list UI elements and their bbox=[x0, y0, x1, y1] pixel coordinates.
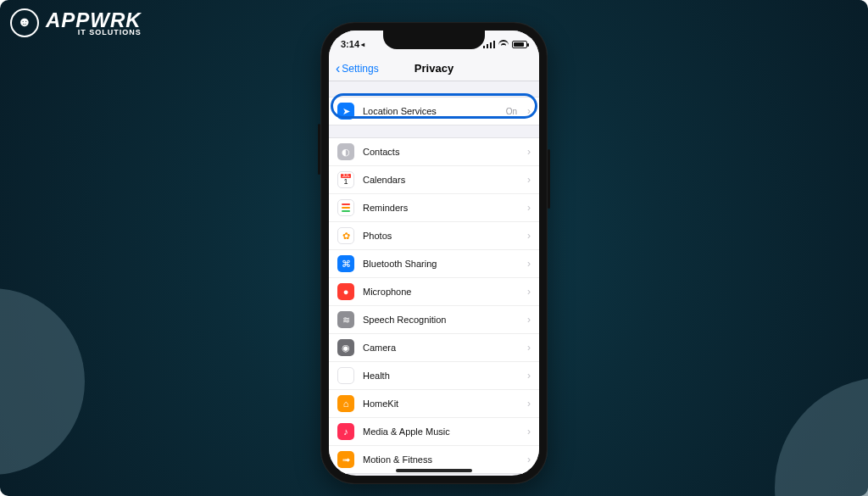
settings-row-label: Contacts bbox=[363, 147, 519, 157]
settings-row-label: Location Services bbox=[363, 106, 498, 116]
microphone-icon bbox=[337, 283, 354, 300]
brand-mark-icon: ☻ bbox=[10, 8, 39, 37]
settings-row[interactable]: Microphone› bbox=[329, 277, 539, 305]
chevron-right-icon: › bbox=[527, 314, 531, 326]
settings-row[interactable]: JUL1Calendars› bbox=[329, 165, 539, 193]
bluetooth-icon bbox=[337, 255, 354, 272]
chevron-right-icon: › bbox=[527, 105, 531, 117]
chevron-right-icon: › bbox=[527, 146, 531, 158]
brand-logo: ☻ APPWRK IT SOLUTIONS bbox=[10, 8, 142, 37]
back-label: Settings bbox=[342, 63, 378, 75]
settings-row[interactable]: Reminders› bbox=[329, 193, 539, 221]
settings-row[interactable]: Bluetooth Sharing› bbox=[329, 249, 539, 277]
settings-row-label: Microphone bbox=[363, 287, 519, 297]
phone-frame: 3:14 ◂ ‹ Settings Privacy Location Servi… bbox=[320, 22, 548, 484]
reminders-icon bbox=[337, 199, 354, 216]
nav-header: ‹ Settings Privacy bbox=[329, 56, 539, 81]
settings-row-label: Motion & Fitness bbox=[363, 454, 519, 465]
settings-list[interactable]: Location ServicesOn›Contacts›JUL1Calenda… bbox=[329, 97, 539, 476]
settings-row-label: Reminders bbox=[363, 203, 519, 213]
contacts-icon bbox=[337, 143, 354, 160]
settings-group: Contacts›JUL1Calendars›Reminders›Photos›… bbox=[329, 137, 539, 474]
chevron-right-icon: › bbox=[527, 454, 531, 465]
speech-icon bbox=[337, 311, 354, 328]
settings-row[interactable]: Speech Recognition› bbox=[329, 305, 539, 333]
settings-row-label: Health bbox=[363, 371, 519, 381]
page-title: Privacy bbox=[415, 62, 453, 75]
chevron-right-icon: › bbox=[527, 258, 531, 270]
settings-row[interactable]: Photos› bbox=[329, 221, 539, 249]
settings-row-label: Calendars bbox=[363, 175, 519, 185]
calendar-icon: JUL1 bbox=[337, 171, 354, 188]
chevron-left-icon: ‹ bbox=[336, 62, 340, 75]
homekit-icon bbox=[337, 395, 354, 412]
settings-row[interactable]: Health› bbox=[329, 361, 539, 389]
chevron-right-icon: › bbox=[527, 342, 531, 354]
settings-row[interactable]: Location ServicesOn› bbox=[329, 98, 539, 125]
phone-screen: 3:14 ◂ ‹ Settings Privacy Location Servi… bbox=[329, 31, 539, 476]
settings-row[interactable]: Contacts› bbox=[329, 138, 539, 165]
settings-row-label: HomeKit bbox=[363, 398, 519, 409]
phone-notch bbox=[383, 31, 485, 49]
chevron-right-icon: › bbox=[527, 370, 531, 382]
group-footer-note: As applications request access to your d… bbox=[329, 474, 539, 476]
decorative-circle-left bbox=[0, 288, 85, 475]
settings-row-label: Bluetooth Sharing bbox=[363, 259, 519, 269]
settings-row-label: Media & Apple Music bbox=[363, 426, 519, 437]
status-time: 3:14 bbox=[341, 39, 359, 49]
battery-icon bbox=[512, 41, 527, 48]
location-icon bbox=[337, 103, 354, 120]
home-indicator[interactable] bbox=[396, 469, 472, 472]
settings-row[interactable]: Camera› bbox=[329, 333, 539, 361]
stage: ☻ APPWRK IT SOLUTIONS 3:14 ◂ bbox=[0, 0, 868, 496]
settings-group: Location ServicesOn› bbox=[329, 97, 539, 125]
camera-icon bbox=[337, 339, 354, 356]
chevron-right-icon: › bbox=[527, 230, 531, 242]
motion-icon bbox=[337, 451, 354, 468]
media-icon bbox=[337, 423, 354, 440]
settings-row-label: Speech Recognition bbox=[363, 315, 519, 325]
signal-icon bbox=[483, 40, 495, 48]
decorative-circle-right bbox=[775, 377, 868, 496]
wifi-icon bbox=[498, 40, 509, 48]
settings-row[interactable]: HomeKit› bbox=[329, 389, 539, 417]
back-button[interactable]: ‹ Settings bbox=[336, 56, 379, 81]
photos-icon bbox=[337, 227, 354, 244]
health-icon bbox=[337, 367, 354, 384]
chevron-right-icon: › bbox=[527, 174, 531, 186]
chevron-right-icon: › bbox=[527, 286, 531, 298]
settings-row-value: On bbox=[506, 107, 517, 116]
chevron-right-icon: › bbox=[527, 202, 531, 214]
settings-row-label: Photos bbox=[363, 231, 519, 241]
status-time-suffix-icon: ◂ bbox=[361, 41, 364, 48]
brand-wordmark: APPWRK bbox=[46, 10, 142, 31]
chevron-right-icon: › bbox=[527, 426, 531, 437]
settings-row-label: Camera bbox=[363, 343, 519, 353]
chevron-right-icon: › bbox=[527, 398, 531, 410]
settings-row[interactable]: Media & Apple Music› bbox=[329, 417, 539, 445]
